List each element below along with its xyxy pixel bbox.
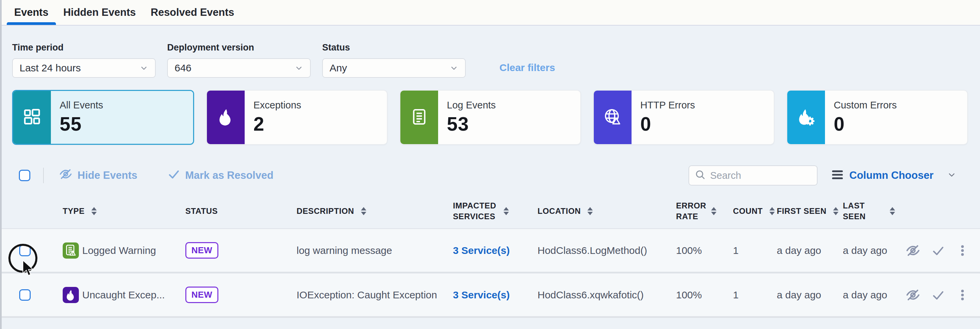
resolve-check-icon[interactable] <box>931 288 945 302</box>
tab-bar: Events Hidden Events Resolved Events <box>0 0 980 25</box>
tab-events[interactable]: Events <box>7 0 56 25</box>
chevron-down-icon <box>140 64 148 72</box>
card-custom-errors[interactable]: Custom Errors 0 <box>787 90 968 145</box>
row-checkbox[interactable] <box>19 289 31 301</box>
card-label: Log Events <box>447 100 580 111</box>
sort-arrows-icon <box>361 207 366 215</box>
exception-flame-icon <box>63 287 79 303</box>
card-all-events-icon-pane <box>13 91 51 144</box>
card-label: HTTP Errors <box>640 100 774 111</box>
column-header-location[interactable]: LOCATION <box>533 206 672 216</box>
event-location: HodClass6.LogMethod() <box>538 245 647 256</box>
chevron-down-icon <box>450 64 458 72</box>
tab-resolved-events[interactable]: Resolved Events <box>143 0 242 25</box>
status-badge: NEW <box>185 242 218 259</box>
card-value: 2 <box>253 113 387 135</box>
deployment-version-select[interactable]: 646 <box>167 58 311 78</box>
tab-resolved-events-label: Resolved Events <box>151 6 234 19</box>
column-header-last-seen[interactable]: LAST SEEN <box>839 200 895 222</box>
mark-as-resolved-label: Mark as Resolved <box>185 169 273 181</box>
tab-hidden-events-label: Hidden Events <box>64 6 136 19</box>
sort-arrows-icon <box>833 207 838 215</box>
hide-events-button[interactable]: Hide Events <box>59 167 137 184</box>
event-description: log warning message <box>297 245 392 256</box>
first-seen: a day ago <box>777 289 821 301</box>
search-input[interactable] <box>710 170 811 181</box>
event-description: IOException: Caught Exception <box>297 289 437 301</box>
grid-icon <box>22 107 42 128</box>
tab-events-label: Events <box>14 6 49 19</box>
card-value: 0 <box>834 113 967 135</box>
globe-warning-icon <box>603 107 622 128</box>
column-header-status[interactable]: STATUS <box>181 206 293 216</box>
column-chooser-button[interactable]: Column Chooser <box>831 169 956 181</box>
impacted-services-link[interactable]: 3 Service(s) <box>453 289 509 301</box>
column-header-impacted-services[interactable]: IMPACTED SERVICES <box>449 200 533 222</box>
status-select[interactable]: Any <box>322 58 466 78</box>
column-header-first-seen[interactable]: FIRST SEEN <box>773 206 839 216</box>
search-box <box>689 165 818 186</box>
card-label: Custom Errors <box>834 100 967 111</box>
resolve-check-icon[interactable] <box>931 244 945 257</box>
toolbar-divider <box>43 168 44 183</box>
column-header-error-rate[interactable]: ERROR RATE <box>672 200 729 222</box>
sort-arrows-icon <box>503 207 509 215</box>
chevron-down-icon <box>947 170 956 181</box>
card-label: All Events <box>60 100 193 111</box>
filter-status: Status Any <box>322 43 466 78</box>
deployment-version-value: 646 <box>175 62 294 74</box>
log-warning-icon <box>63 242 79 259</box>
column-header-type[interactable]: TYPE <box>59 206 181 216</box>
impacted-services-link[interactable]: 3 Service(s) <box>453 245 509 256</box>
card-value: 53 <box>447 113 580 135</box>
card-value: 0 <box>640 113 774 135</box>
card-exceptions[interactable]: Exceptions 2 <box>206 90 388 145</box>
kebab-menu-icon[interactable] <box>956 288 969 302</box>
filters-bar: Time period Last 24 hours Deployment ver… <box>0 25 980 78</box>
first-seen: a day ago <box>777 245 821 256</box>
chevron-down-icon <box>294 64 303 72</box>
card-all-events[interactable]: All Events 55 <box>12 90 194 145</box>
card-label: Exceptions <box>253 100 387 111</box>
table-row: Uncaught Excep... NEW IOException: Caugh… <box>0 273 980 318</box>
time-period-label: Time period <box>12 43 156 53</box>
event-type: Uncaught Excep... <box>82 289 165 301</box>
card-log-events-icon-pane <box>400 91 438 144</box>
hide-event-eye-slash-icon[interactable] <box>905 287 921 303</box>
sort-arrows-icon <box>711 207 716 215</box>
event-count: 1 <box>733 289 739 301</box>
tab-hidden-events[interactable]: Hidden Events <box>56 0 143 25</box>
deployment-version-label: Deployment version <box>167 43 311 53</box>
event-location: HodClass6.xqwkafotic() <box>538 289 644 301</box>
error-rate: 100% <box>676 245 702 256</box>
row-checkbox[interactable] <box>19 245 31 256</box>
summary-cards: All Events 55 Exceptions 2 Log E <box>0 78 980 145</box>
column-header-description[interactable]: DESCRIPTION <box>293 206 449 216</box>
card-custom-errors-icon-pane <box>787 91 825 144</box>
check-icon <box>167 168 180 183</box>
status-label: Status <box>322 43 466 53</box>
status-badge: NEW <box>185 286 218 303</box>
card-log-events[interactable]: Log Events 53 <box>400 90 581 145</box>
error-rate: 100% <box>676 289 702 301</box>
event-type: Logged Warning <box>82 245 156 256</box>
clear-filters-button[interactable]: Clear filters <box>500 62 555 73</box>
card-http-errors[interactable]: HTTP Errors 0 <box>593 90 775 145</box>
log-document-icon <box>410 107 429 128</box>
time-period-select[interactable]: Last 24 hours <box>12 58 156 78</box>
card-value: 55 <box>60 113 193 135</box>
hide-events-label: Hide Events <box>78 169 137 181</box>
sort-arrows-icon <box>91 207 97 215</box>
time-period-value: Last 24 hours <box>19 62 140 74</box>
flame-icon <box>216 107 235 128</box>
search-icon <box>695 169 706 182</box>
mark-as-resolved-button[interactable]: Mark as Resolved <box>167 168 273 183</box>
column-header-count[interactable]: COUNT <box>729 206 773 216</box>
select-all-checkbox[interactable] <box>19 170 30 181</box>
hide-event-eye-slash-icon[interactable] <box>905 243 921 258</box>
table-row: Logged Warning NEW log warning message 3… <box>0 229 980 273</box>
events-page: Events Hidden Events Resolved Events Tim… <box>0 0 980 329</box>
eye-slash-icon <box>59 167 73 184</box>
sort-arrows-icon <box>890 207 895 215</box>
kebab-menu-icon[interactable] <box>956 244 969 257</box>
